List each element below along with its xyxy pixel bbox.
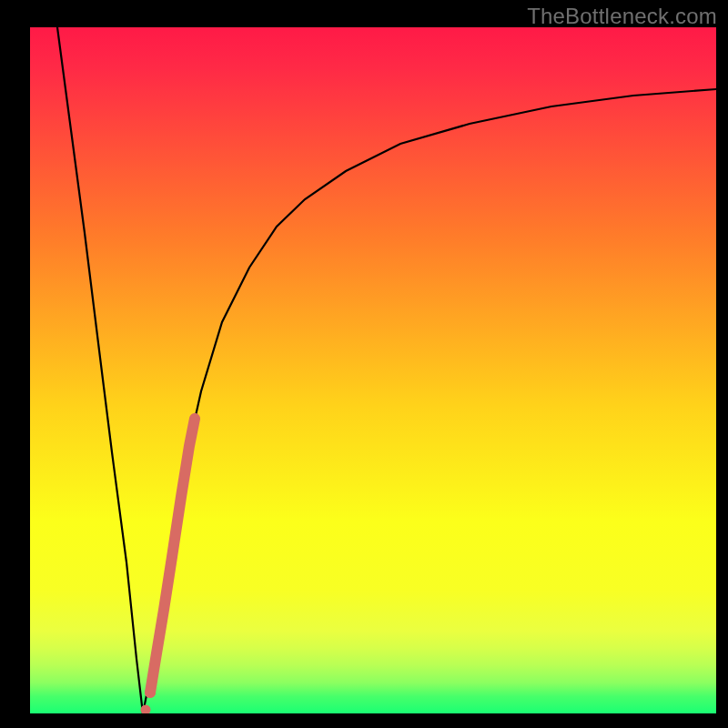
gradient-background [30, 27, 716, 713]
svg-rect-0 [30, 27, 716, 713]
watermark-text: TheBottleneck.com [527, 4, 717, 29]
chart-plot-area [30, 27, 716, 713]
